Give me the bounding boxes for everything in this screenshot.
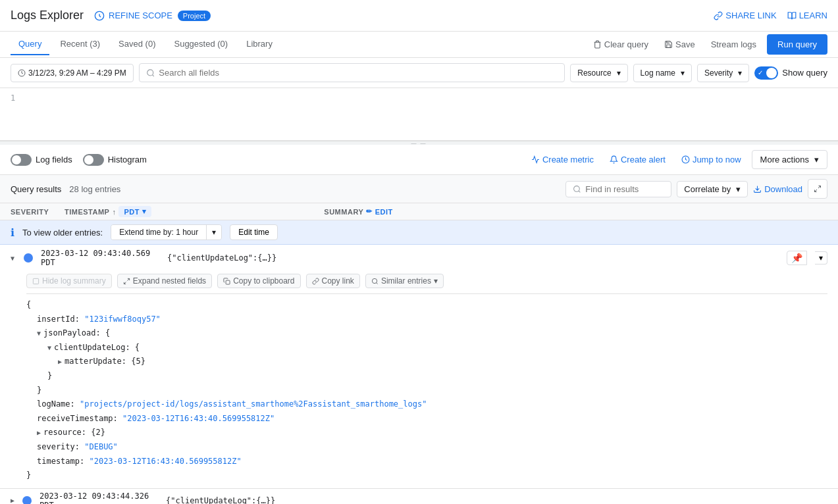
- json-logname-value[interactable]: "projects/project-id/logs/assistant_smar…: [80, 399, 427, 409]
- histogram-toggle[interactable]: [83, 154, 104, 166]
- svg-point-14: [372, 278, 377, 283]
- extend-dropdown[interactable]: ▾: [207, 225, 221, 239]
- edit-time-button[interactable]: Edit time: [230, 224, 278, 240]
- resize-dots: — —: [411, 140, 427, 146]
- tab-library[interactable]: Library: [238, 34, 280, 55]
- resource-filter[interactable]: Resource ▾: [570, 64, 627, 82]
- correlate-chevron: ▾: [736, 184, 741, 194]
- info-text: To view older entries:: [22, 228, 103, 238]
- learn-button[interactable]: LEARN: [787, 11, 827, 20]
- more-actions-chevron: ▾: [814, 155, 819, 164]
- log-more-button-0[interactable]: ▾: [815, 251, 827, 265]
- log-fields-toggle[interactable]: [11, 154, 32, 166]
- edit-icon: ✏: [366, 207, 373, 216]
- histogram-toggle-item: Histogram: [83, 154, 147, 166]
- similar-entries-button[interactable]: Similar entries ▾: [365, 274, 444, 288]
- tab-suggested[interactable]: Suggested (0): [166, 34, 236, 55]
- logname-filter[interactable]: Log name ▾: [633, 64, 692, 82]
- logname-chevron: ▾: [681, 68, 685, 78]
- json-payload-open: ▼jsonPayload: {: [26, 326, 827, 341]
- create-alert-button[interactable]: Create alert: [604, 151, 671, 168]
- extend-main-label[interactable]: Extend time by: 1 hour: [111, 225, 207, 239]
- learn-label: LEARN: [799, 11, 827, 20]
- clock-icon: [18, 69, 26, 77]
- resource-label: Resource: [577, 68, 611, 78]
- fullscreen-button[interactable]: [808, 179, 827, 199]
- clear-query-label: Clear query: [604, 39, 648, 49]
- find-results-wrap: [565, 181, 671, 197]
- tab-saved[interactable]: Saved (0): [111, 34, 163, 55]
- copy-clipboard-button[interactable]: Copy to clipboard: [217, 274, 300, 288]
- clear-query-button[interactable]: Clear query: [588, 36, 654, 53]
- svg-line-6: [579, 191, 580, 192]
- log-timestamp-0: 2023-03-12 09:43:40.569 PDT: [41, 249, 159, 267]
- json-open-brace: {: [26, 298, 827, 313]
- hide-log-summary-label: Hide log summary: [42, 276, 106, 286]
- header-severity: SEVERITY: [11, 208, 57, 216]
- toggle-check: ✓: [758, 69, 763, 76]
- download-button[interactable]: Download: [753, 184, 802, 194]
- svg-rect-13: [226, 280, 230, 284]
- json-client-chevron[interactable]: ▼: [47, 344, 51, 351]
- edit-label[interactable]: EDIT: [375, 208, 393, 216]
- svg-line-11: [127, 278, 129, 280]
- json-receive-ts-value[interactable]: "2023-03-12T16:43:40.569955812Z": [122, 414, 275, 423]
- extend-time-button[interactable]: Extend time by: 1 hour ▾: [111, 224, 222, 240]
- copy-icon: [223, 278, 230, 285]
- share-link-button[interactable]: SHARE LINK: [714, 11, 776, 20]
- expand-chevron-0[interactable]: ▼: [11, 255, 14, 262]
- header-summary: SUMMARY ✏ EDIT: [324, 207, 827, 216]
- show-query-toggle[interactable]: ✓: [754, 66, 778, 80]
- run-query-button[interactable]: Run query: [767, 34, 827, 55]
- hide-log-summary-button[interactable]: Hide log summary: [26, 274, 112, 288]
- tab-query[interactable]: Query: [11, 34, 49, 55]
- find-results-input[interactable]: [585, 184, 664, 194]
- jump-icon: [681, 155, 690, 164]
- severity-filter[interactable]: Severity ▾: [697, 64, 749, 82]
- pdt-filter[interactable]: PDT ▾: [118, 206, 151, 217]
- json-payload-chevron[interactable]: ▼: [37, 330, 41, 337]
- show-query-wrap: ✓ Show query: [754, 66, 827, 80]
- json-resource-chevron[interactable]: ▶: [37, 429, 41, 436]
- sort-icon: ↑: [112, 208, 116, 216]
- log-expanded-content-0: Hide log summary Expand nested fields Co…: [0, 271, 838, 488]
- json-insertid-value[interactable]: "123ifwwf8oqy57": [84, 315, 161, 324]
- pin-button-0[interactable]: 📌: [787, 251, 807, 265]
- share-link-label: SHARE LINK: [725, 11, 776, 20]
- more-actions-button[interactable]: More actions ▾: [752, 150, 827, 169]
- jump-to-now-button[interactable]: Jump to now: [676, 151, 746, 168]
- refine-scope-button[interactable]: REFINE SCOPE: [94, 11, 172, 21]
- svg-line-15: [377, 282, 378, 284]
- copy-link-button[interactable]: Copy link: [306, 274, 360, 288]
- save-button[interactable]: Save: [659, 36, 700, 53]
- json-receive-ts: receiveTimestamp: "2023-03-12T16:43:40.5…: [26, 412, 827, 426]
- log-row-1[interactable]: ▶ 2023-03-12 09:43:44.326 PDT {"clientUp…: [0, 489, 838, 504]
- search-input-wrap: [139, 63, 565, 82]
- json-severity-value[interactable]: "DEBUG": [84, 442, 118, 451]
- json-matter-chevron[interactable]: ▶: [58, 358, 62, 365]
- metric-icon: [531, 155, 540, 164]
- chevron-1[interactable]: ▶: [11, 497, 14, 504]
- timestamp-1: 2023-03-12 09:43:44.326 PDT: [39, 491, 158, 504]
- results-actions: Correlate by ▾ Download: [565, 179, 827, 199]
- correlate-button[interactable]: Correlate by ▾: [677, 181, 748, 197]
- log-row-expanded: ▼ 2023-03-12 09:43:40.569 PDT {"clientUp…: [0, 245, 838, 489]
- severity-dot-0: [24, 253, 33, 263]
- log-row-header-0[interactable]: ▼ 2023-03-12 09:43:40.569 PDT {"clientUp…: [0, 245, 838, 271]
- search-icon: [146, 68, 155, 78]
- search-input[interactable]: [159, 68, 558, 78]
- create-metric-button[interactable]: Create metric: [526, 151, 599, 168]
- query-results-label: Query results: [11, 184, 61, 194]
- more-actions-label: More actions: [760, 155, 809, 164]
- top-bar-right: SHARE LINK LEARN: [714, 11, 827, 20]
- expand-nested-button[interactable]: Expand nested fields: [117, 274, 212, 288]
- json-timestamp-value[interactable]: "2023-03-12T16:43:40.569955812Z": [89, 457, 241, 466]
- code-area[interactable]: 1: [0, 88, 838, 141]
- stream-logs-button[interactable]: Stream logs: [706, 36, 762, 53]
- time-picker[interactable]: 3/12/23, 9:29 AM – 4:29 PM: [11, 64, 134, 82]
- project-badge: Project: [178, 11, 211, 21]
- severity-chevron: ▾: [738, 68, 742, 78]
- copy-link-label: Copy link: [322, 276, 354, 286]
- tab-recent[interactable]: Recent (3): [52, 34, 108, 55]
- header-timestamp[interactable]: TIMESTAMP ↑ PDT ▾: [65, 206, 316, 217]
